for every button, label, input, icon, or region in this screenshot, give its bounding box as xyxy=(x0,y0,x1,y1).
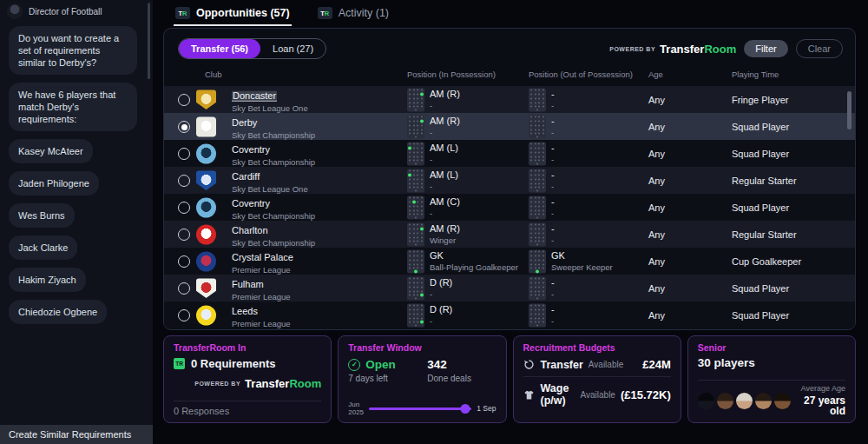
player-suggestion[interactable]: Hakim Ziyach xyxy=(9,268,86,292)
sidebar-scrollbar[interactable] xyxy=(148,3,150,79)
club-badge-icon xyxy=(196,116,216,136)
transferroom-in-card: TransferRoom In TR 0 Requirements POWERE… xyxy=(163,335,332,423)
opportunity-row[interactable]: LeedsPremier LeagueD (R)---AnySquad Play… xyxy=(164,302,855,328)
club-league: Sky Bet League One xyxy=(232,184,308,193)
opportunity-row[interactable]: FulhamPremier LeagueD (R)---AnySquad Pla… xyxy=(164,275,855,302)
days-left: 7 days left xyxy=(348,374,427,383)
age-value: Any xyxy=(648,256,665,267)
timeline-end-label: 1 Sep xyxy=(477,404,496,413)
average-age-label: Average Age xyxy=(791,385,845,393)
club-name[interactable]: Coventry xyxy=(232,144,270,154)
clear-button[interactable]: Clear xyxy=(796,39,843,58)
club-name[interactable]: Doncaster xyxy=(232,90,277,101)
filter-button[interactable]: Filter xyxy=(744,40,787,57)
tab-opportunities[interactable]: TR Opportunities (57) xyxy=(174,2,292,26)
playing-time-value: Squad Player xyxy=(732,310,789,321)
responses-count: 0 Responses xyxy=(174,401,321,416)
club-league: Premier League xyxy=(232,265,293,274)
row-select-radio[interactable] xyxy=(178,202,190,214)
position-role: - xyxy=(551,209,555,218)
opportunity-row[interactable]: DerbySky Bet ChampionshipAM (R)---AnySqu… xyxy=(164,113,855,140)
transferroom-tab-icon: TR xyxy=(318,7,332,19)
opportunity-row[interactable]: CoventrySky Bet ChampionshipAM (C)---Any… xyxy=(164,194,855,221)
sidebar-title: Director of Football xyxy=(29,7,102,17)
player-suggestion[interactable]: Wes Burns xyxy=(9,203,75,228)
position-role: - xyxy=(430,317,452,326)
column-position-in-possession: Position (In Possession) xyxy=(407,70,496,79)
row-select-radio[interactable] xyxy=(178,94,190,106)
age-value: Any xyxy=(648,122,665,132)
playing-time-value: Cup Goalkeeper xyxy=(732,256,801,267)
player-suggestion[interactable]: Chiedozie Ogbene xyxy=(9,300,107,324)
opportunity-row[interactable]: CoventrySky Bet ChampionshipAM (L)---Any… xyxy=(164,140,855,167)
club-name[interactable]: Leeds xyxy=(232,306,258,315)
segment-loan[interactable]: Loan (27) xyxy=(260,39,326,58)
opportunity-row[interactable]: CardiffSky Bet League OneAM (L)---AnyReg… xyxy=(164,167,855,194)
opportunities-panel: Transfer (56) Loan (27) POWERED BY Trans… xyxy=(163,28,856,330)
row-select-radio[interactable] xyxy=(178,121,190,133)
club-name[interactable]: Crystal Palace xyxy=(232,252,293,262)
club-cell: LeedsPremier League xyxy=(232,302,291,328)
position-in-possession: AM (R)- xyxy=(430,116,460,137)
position-in-possession: D (R)- xyxy=(430,278,452,299)
window-open-check-icon: ✓ xyxy=(348,359,360,371)
sidebar-header: Director of Football xyxy=(0,0,153,21)
position-pitch-map xyxy=(407,195,424,219)
club-badge-icon xyxy=(196,305,216,325)
timeline-track xyxy=(369,408,471,410)
position-pitch-map xyxy=(407,142,424,165)
card-title: Senior xyxy=(698,342,845,353)
player-suggestion[interactable]: Jaden Philogene xyxy=(9,171,99,195)
timeline-knob[interactable] xyxy=(461,404,470,414)
row-select-radio[interactable] xyxy=(178,309,190,321)
position-role: Winger xyxy=(430,236,460,245)
position-pitch-map xyxy=(407,303,424,327)
position-role: - xyxy=(430,182,458,191)
playing-time-value: Regular Starter xyxy=(732,176,797,186)
player-avatar xyxy=(717,393,733,409)
tab-activity[interactable]: TR Activity (1) xyxy=(316,2,391,26)
opportunity-row[interactable]: DoncasterSky Bet League OneAM (R)---AnyF… xyxy=(164,86,855,113)
club-name[interactable]: Cardiff xyxy=(232,171,260,181)
transfer-window-timeline: Jun 2025 1 Sep xyxy=(348,401,496,416)
position-label: D (R) xyxy=(430,278,452,288)
row-select-radio[interactable] xyxy=(178,255,190,268)
club-name[interactable]: Fulham xyxy=(232,279,264,288)
player-suggestion[interactable]: Jack Clarke xyxy=(9,235,77,260)
opportunity-row[interactable]: Crystal PalacePremier LeagueGKBall-Playi… xyxy=(164,248,855,275)
club-league: Sky Bet Championship xyxy=(232,211,315,220)
club-name[interactable]: Derby xyxy=(232,117,257,127)
position-in-possession: AM (C)- xyxy=(430,197,460,218)
age-value: Any xyxy=(648,283,665,294)
segment-transfer[interactable]: Transfer (56) xyxy=(179,39,260,58)
age-value: Any xyxy=(648,202,665,213)
playing-time-value: Squad Player xyxy=(732,122,789,132)
position-pitch-map xyxy=(529,222,546,246)
playing-time-value: Squad Player xyxy=(732,202,789,213)
create-similar-requirements-button[interactable]: Create Similar Requirements xyxy=(0,425,153,444)
row-select-radio[interactable] xyxy=(178,229,190,241)
club-name[interactable]: Charlton xyxy=(232,225,268,235)
chat-message: Do you want to create a set of requireme… xyxy=(9,26,137,75)
position-in-possession: GKBall-Playing Goalkeeper xyxy=(430,251,518,272)
club-badge-icon xyxy=(196,278,216,298)
table-scrollbar[interactable] xyxy=(847,91,852,129)
row-select-radio[interactable] xyxy=(178,175,190,187)
position-in-possession: D (R)- xyxy=(430,305,452,326)
position-label: - xyxy=(551,278,555,288)
row-select-radio[interactable] xyxy=(178,148,190,160)
position-pitch-map xyxy=(529,249,546,273)
age-value: Any xyxy=(648,229,665,240)
position-label: AM (L) xyxy=(430,143,458,153)
club-name[interactable]: Coventry xyxy=(232,198,270,208)
playing-time-value: Squad Player xyxy=(732,283,789,294)
transfer-window-card: Transfer Window ✓ Open 7 days left 342 D… xyxy=(338,335,506,423)
player-suggestion[interactable]: Kasey McAteer xyxy=(9,139,93,163)
position-in-possession: AM (R)- xyxy=(430,89,460,110)
column-playing-time: Playing Time xyxy=(732,70,779,79)
row-select-radio[interactable] xyxy=(178,282,190,295)
opportunity-row[interactable]: CharltonSky Bet ChampionshipAM (R)Winger… xyxy=(164,221,855,248)
done-deals-label: Done deals xyxy=(427,374,496,383)
club-cell: DerbySky Bet Championship xyxy=(232,114,315,139)
club-badge-icon xyxy=(196,143,216,163)
